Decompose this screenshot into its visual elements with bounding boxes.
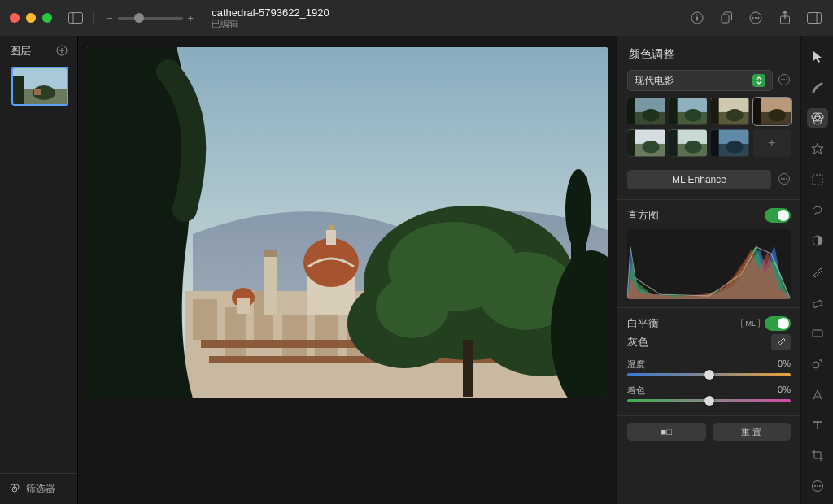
zoom-control[interactable]: − + [107, 12, 194, 24]
canvas-image[interactable] [87, 47, 608, 398]
document-title: cathedral-5793622_1920 已编辑 [212, 7, 329, 30]
ml-chip[interactable]: ML [741, 319, 760, 328]
preset-add-button[interactable]: + [753, 129, 792, 157]
svg-rect-25 [225, 307, 246, 356]
svg-point-90 [781, 178, 783, 180]
stepper-icon[interactable] [752, 74, 765, 87]
filename-label: cathedral-5793622_1920 [212, 7, 329, 20]
add-layer-icon[interactable] [56, 45, 68, 59]
zoom-minus-icon[interactable]: − [107, 12, 113, 24]
close-window-button[interactable] [10, 13, 20, 23]
histogram-toggle[interactable] [765, 208, 791, 223]
svg-point-91 [783, 178, 785, 180]
histogram-label: 直方图 [627, 208, 659, 223]
zoom-thumb[interactable] [134, 13, 144, 23]
eyedropper-button[interactable] [771, 334, 791, 350]
white-balance-label: 白平衡 [627, 316, 659, 331]
effects-tool-icon[interactable] [807, 139, 828, 159]
panel-footer: ■□ 重 置 [617, 415, 800, 447]
preset-more-icon[interactable] [778, 73, 791, 89]
svg-rect-96 [813, 175, 822, 185]
more-tools-icon[interactable] [807, 476, 828, 496]
share-icon[interactable] [776, 9, 794, 27]
preset-select[interactable]: 现代电影 [627, 70, 773, 91]
svg-point-40 [303, 238, 359, 287]
reset-button[interactable]: 重 置 [713, 423, 792, 441]
minimize-window-button[interactable] [26, 13, 36, 23]
svg-rect-71 [711, 98, 719, 125]
temperature-slider[interactable] [627, 373, 791, 376]
svg-point-100 [813, 362, 819, 368]
svg-rect-44 [264, 250, 277, 257]
inspector-toggle-icon[interactable] [805, 9, 823, 27]
divider [93, 11, 94, 25]
maximize-window-button[interactable] [42, 13, 52, 23]
tint-label: 着色 [627, 385, 645, 397]
slider-thumb[interactable] [704, 370, 714, 380]
histogram-section: 直方图 [617, 199, 800, 307]
svg-rect-46 [237, 298, 250, 314]
preset-thumb[interactable] [627, 129, 665, 157]
svg-rect-75 [753, 98, 761, 125]
preset-thumb[interactable] [669, 98, 708, 125]
svg-point-60 [786, 79, 787, 80]
shape-tool-icon[interactable] [807, 324, 828, 343]
pen-tool-icon[interactable] [807, 385, 828, 404]
paint-tool-icon[interactable] [807, 262, 828, 281]
filters-label: 筛选器 [26, 482, 55, 496]
more-icon[interactable] [747, 9, 765, 27]
sidebar-toggle-icon[interactable] [67, 9, 85, 27]
filters-icon [10, 483, 20, 495]
temperature-label: 温度 [627, 358, 645, 371]
preset-thumb[interactable] [627, 98, 665, 125]
ml-enhance-button[interactable]: ML Enhance [627, 170, 771, 189]
preset-thumb[interactable] [669, 129, 708, 157]
svg-rect-79 [627, 130, 635, 157]
svg-rect-87 [711, 130, 719, 157]
layers-panel: 图层 筛选器 [0, 36, 78, 504]
slider-thumb[interactable] [704, 396, 714, 406]
marquee-tool-icon[interactable] [807, 170, 828, 189]
arrow-tool-icon[interactable] [807, 47, 828, 67]
preset-thumb-selected[interactable] [753, 98, 792, 125]
svg-rect-0 [69, 13, 83, 24]
crop-tool-icon[interactable] [807, 446, 828, 466]
svg-point-9 [758, 17, 760, 19]
titlebar-right [688, 9, 823, 27]
layers-heading: 图层 [10, 44, 31, 59]
svg-rect-18 [34, 89, 41, 95]
info-icon[interactable] [688, 9, 706, 27]
split-compare-button[interactable]: ■□ [627, 423, 706, 441]
filters-button[interactable]: 筛选器 [0, 473, 77, 504]
layer-thumbnail[interactable] [11, 67, 68, 106]
adjustments-panel: 颜色调整 现代电影 + ML Enhance 直方图 [617, 36, 800, 504]
gradient-tool-icon[interactable] [807, 231, 828, 250]
text-tool-icon[interactable] [807, 415, 828, 435]
svg-point-59 [783, 79, 785, 80]
zoom-slider[interactable] [118, 17, 183, 20]
svg-point-8 [755, 17, 757, 19]
svg-point-104 [819, 485, 821, 487]
canvas-area [78, 36, 617, 504]
svg-point-58 [781, 79, 783, 80]
white-balance-toggle[interactable] [765, 316, 791, 331]
svg-rect-43 [264, 250, 277, 315]
zoom-plus-icon[interactable]: + [188, 12, 194, 24]
ml-more-icon[interactable] [778, 172, 791, 188]
color-adjust-tool-icon[interactable] [807, 108, 828, 128]
titlebar: − + cathedral-5793622_1920 已编辑 [0, 0, 833, 36]
svg-rect-24 [193, 299, 217, 340]
svg-rect-67 [669, 98, 678, 125]
eraser-tool-icon[interactable] [807, 293, 828, 312]
svg-point-52 [376, 276, 449, 338]
duplicate-icon[interactable] [717, 9, 735, 27]
preset-thumb[interactable] [711, 129, 749, 157]
clone-tool-icon[interactable] [807, 354, 828, 373]
brush-tool-icon[interactable] [807, 78, 828, 98]
svg-point-7 [752, 17, 754, 19]
svg-point-88 [726, 141, 743, 154]
preset-thumb[interactable] [711, 98, 749, 125]
tint-value: 0% [778, 385, 791, 397]
tint-slider[interactable] [627, 399, 791, 402]
lasso-tool-icon[interactable] [807, 201, 828, 220]
